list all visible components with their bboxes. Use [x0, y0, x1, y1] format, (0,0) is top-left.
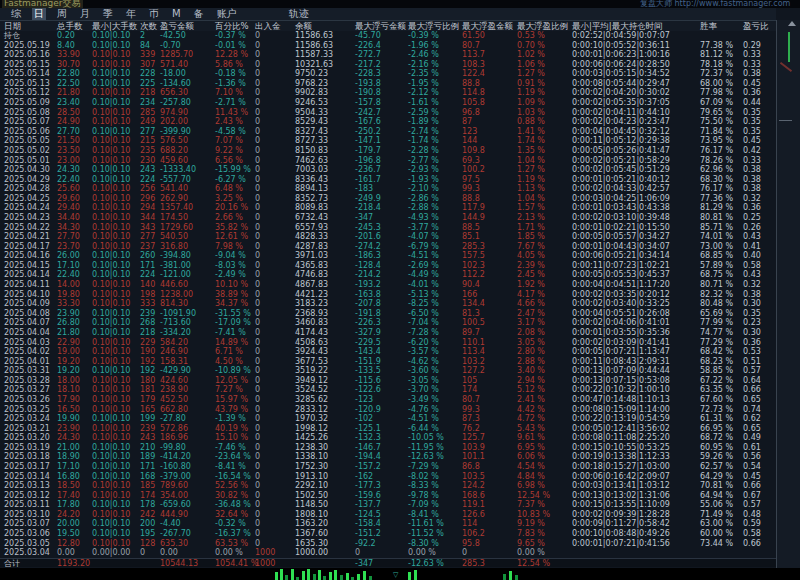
table-row-total[interactable]: 合计1193.2010544.131054.41 %1000-347-12.63… [0, 558, 776, 568]
cell-win-rate: 65.69 % [700, 309, 733, 319]
cell-hold-time: 0:00:02|0:04:33|0:42:57 [572, 184, 670, 194]
table-row[interactable]: 2025.03.2123.900.10|0.10239572.8640.19 %… [0, 424, 776, 434]
table-row[interactable]: 2025.04.0421.800.10|0.10218-334.20-7.41 … [0, 328, 776, 338]
table-row[interactable]: 2025.03.1117.800.10|0.10178-659.60-36.48… [0, 500, 776, 510]
tab-轨迹[interactable]: 轨迹 [287, 8, 311, 20]
table-row[interactable]: 2025.03.1318.500.10|0.10185789.6052.56 %… [0, 481, 776, 491]
table-row[interactable]: 2025.05.0627.700.10|0.10277-399.90-4.58 … [0, 127, 776, 137]
cell-win-rate: 55.06 % [700, 500, 733, 510]
table-row[interactable]: 2025.03.040.000.00|0.0000.000.00 %100010… [0, 548, 776, 558]
column-header-count[interactable]: 次数 [140, 21, 157, 31]
table-row[interactable]: 2025.04.2127.700.10|0.10277540.5012.61 %… [0, 232, 776, 242]
cell-pl-ratio: 0.40 [743, 251, 761, 261]
table-row[interactable]: 2025.04.1723.700.10|0.10237316.807.98 %0… [0, 242, 776, 252]
table-row[interactable]: 2025.03.2024.300.10|0.10243186.9615.10 %… [0, 433, 776, 443]
table-row[interactable]: 2025.04.1517.100.10|0.10171-381.00-8.03 … [0, 261, 776, 271]
table-row[interactable]: 持仓0.200.10|0.102-42.50-0.37 %011586.63-4… [0, 31, 776, 41]
cell-win-rate: 62.57 % [700, 462, 733, 472]
cell-win-rate: 72.73 % [700, 405, 733, 415]
table-row[interactable]: 2025.03.1416.800.10|0.10168-379.00-16.54… [0, 472, 776, 482]
table-row[interactable]: 2025.03.2718.100.10|0.10181238.907.27 %0… [0, 385, 776, 395]
table-row[interactable]: 2025.05.0223.500.10|0.10235688.209.22 %0… [0, 146, 776, 156]
table-row[interactable]: 2025.05.0724.900.10|0.10249202.002.43 %0… [0, 117, 776, 127]
table-row[interactable]: 2025.05.1221.800.10|0.10218656.307.10 %0… [0, 88, 776, 98]
column-header-max-float-profit-pct[interactable]: 最大浮盈比例 [517, 21, 568, 31]
cell-hold-time: 0:00:04|0:04:45|0:32:12 [572, 127, 670, 137]
table-row[interactable]: 2025.04.2334.400.10|0.10344174.502.66 %0… [0, 213, 776, 223]
tab-季[interactable]: 季 [101, 8, 115, 20]
table-row[interactable]: 2025.03.1217.400.10|0.10174354.0030.82 %… [0, 491, 776, 501]
table-row[interactable]: 2025.03.1717.100.10|0.10171-160.80-8.41 … [0, 462, 776, 472]
table-row[interactable]: 2025.05.1633.900.10|0.103391285.7012.28 … [0, 50, 776, 60]
table-row[interactable]: 2025.03.1818.900.10|0.10189-414.20-23.64… [0, 452, 776, 462]
table-row[interactable]: 2025.05.1422.800.10|0.10228-18.00-0.18 %… [0, 69, 776, 79]
cell-pl-ratio: 0.32 [743, 280, 761, 290]
table-row[interactable]: 2025.04.0119.200.10|0.10192158.314.50 %0… [0, 357, 776, 367]
table-row[interactable]: 2025.05.198.400.10|0.1084-0.70-0.01 %011… [0, 41, 776, 51]
column-header-date[interactable]: 日期 [4, 21, 21, 31]
table-row[interactable]: 2025.04.0823.900.10|0.10239-1091.90-31.5… [0, 309, 776, 319]
tab-周[interactable]: 周 [55, 8, 69, 20]
table-row[interactable]: 2025.05.1530.700.10|0.10307571.405.86 %0… [0, 60, 776, 70]
table-row[interactable]: 2025.03.3119.200.10|0.10192-429.90-10.89… [0, 366, 776, 376]
table-row[interactable]: 2025.04.0219.000.10|0.10190246.906.71 %0… [0, 347, 776, 357]
table-row[interactable]: 2025.04.2922.400.10|0.10224-557.70-6.27 … [0, 175, 776, 185]
cell-win-rate: 67.60 % [700, 395, 733, 405]
column-header-max-float-loss-pct[interactable]: 最大浮亏比例 [408, 21, 459, 31]
table-row[interactable]: 2025.04.0726.800.10|0.10268-713.60-17.09… [0, 318, 776, 328]
table-row[interactable]: 2025.04.1019.800.10|0.101981238.0038.89 … [0, 290, 776, 300]
table-row[interactable]: 2025.04.1114.000.10|0.10140446.6010.10 %… [0, 280, 776, 290]
cell-win-rate: 64.29 % [700, 472, 733, 482]
table-row[interactable]: 2025.03.2516.500.10|0.10165662.8043.79 %… [0, 405, 776, 415]
table-row[interactable]: 2025.04.1422.400.10|0.10224-121.00-2.49 … [0, 270, 776, 280]
table-row[interactable]: 2025.03.2617.900.10|0.10179452.5015.97 %… [0, 395, 776, 405]
column-header-minmax-lots[interactable]: 最小|大手数 [92, 21, 137, 31]
table-row[interactable]: 2025.03.0720.000.10|0.10200-4.40-0.32 %0… [0, 519, 776, 529]
column-header-pl-ratio[interactable]: 盈亏比 [743, 21, 769, 31]
table-row[interactable]: 2025.03.2818.000.10|0.10180424.6012.05 %… [0, 376, 776, 386]
column-header-max-float-profit[interactable]: 最大浮盈金额 [462, 21, 513, 31]
histogram-marker-icon: ▽ [393, 572, 398, 579]
column-header-pnl-amount[interactable]: 盈亏金额 [160, 21, 194, 31]
scroll-up-icon[interactable] [788, 21, 796, 26]
cell-hold-time: 0:00:01|0:07:21|0:41:56 [572, 539, 670, 549]
table-row[interactable]: 2025.04.2529.600.10|0.10296262.903.25 %0… [0, 194, 776, 204]
column-header-max-float-loss[interactable]: 最大浮亏金额 [355, 21, 406, 31]
tab-年[interactable]: 年 [124, 8, 138, 20]
table-row[interactable]: 2025.04.0933.300.10|0.10333814.3034.37 %… [0, 299, 776, 309]
table-row[interactable]: 2025.04.3024.300.10|0.10243-1333.40-15.9… [0, 165, 776, 175]
column-header-deposit-withdraw[interactable]: 出入金 [255, 21, 281, 31]
cell-minmax-lots: 0.10|0.10 [92, 452, 130, 462]
table-row[interactable]: 2025.05.0123.000.10|0.10230459.606.56 %0… [0, 156, 776, 166]
tab-备[interactable]: 备 [192, 8, 206, 20]
table-row[interactable]: 2025.03.0512.800.10|0.10128635.3063.53 %… [0, 539, 776, 549]
tab-日[interactable]: 日 [32, 8, 46, 20]
table-row[interactable]: 2025.04.1626.000.10|0.10260-394.80-9.04 … [0, 251, 776, 261]
column-header-pnl-percent[interactable]: 百分比% [215, 21, 249, 31]
table-row[interactable]: 2025.03.0619.500.10|0.10195-267.70-16.37… [0, 529, 776, 539]
table-row[interactable]: 2025.05.0521.500.10|0.10215576.507.07 %0… [0, 136, 776, 146]
table-row[interactable]: 2025.04.0322.900.10|0.10229584.2014.89 %… [0, 338, 776, 348]
tab-M[interactable]: M [170, 8, 183, 20]
column-header-hold-time[interactable]: 最小|平均|最大持仓时间 [572, 21, 663, 31]
column-header-balance[interactable]: 余额 [295, 21, 312, 31]
table-row[interactable]: 2025.05.0923.400.10|0.10234-257.80-2.71 … [0, 98, 776, 108]
tab-综[interactable]: 综 [9, 8, 23, 20]
table-row[interactable]: 2025.03.1024.200.10|0.10242444.9032.64 %… [0, 510, 776, 520]
table-row[interactable]: 2025.04.2429.400.10|0.102941357.4020.16 … [0, 203, 776, 213]
tab-账户[interactable]: 账户 [215, 8, 239, 20]
table-row[interactable]: 2025.04.2234.300.10|0.103431729.6035.82 … [0, 223, 776, 233]
column-header-lots[interactable]: 总手数 [57, 21, 83, 31]
table-row[interactable]: 2025.04.2825.600.10|0.10256541.406.48 %0… [0, 184, 776, 194]
cell-max-float-profit: 123 [462, 127, 477, 137]
table-row[interactable]: 2025.03.2419.900.10|0.10199-27.80-1.39 %… [0, 414, 776, 424]
cell-balance: 3677.53 [295, 357, 328, 367]
table-row[interactable]: 2025.05.1322.500.10|0.10225-134.60-1.36 … [0, 79, 776, 89]
cell-hold-time: 0:00:02|0:04:06|0:41:01 [572, 318, 670, 328]
table-row[interactable]: 2025.03.1921.000.10|0.10210-99.80-7.46 %… [0, 443, 776, 453]
column-header-win-rate[interactable]: 胜率 [700, 21, 717, 31]
table-row[interactable]: 2025.05.0828.500.10|0.10285974.9011.43 %… [0, 108, 776, 118]
tab-月[interactable]: 月 [78, 8, 92, 20]
cell-pnl-percent: 12.05 % [215, 376, 248, 386]
tab-币[interactable]: 币 [147, 8, 161, 20]
